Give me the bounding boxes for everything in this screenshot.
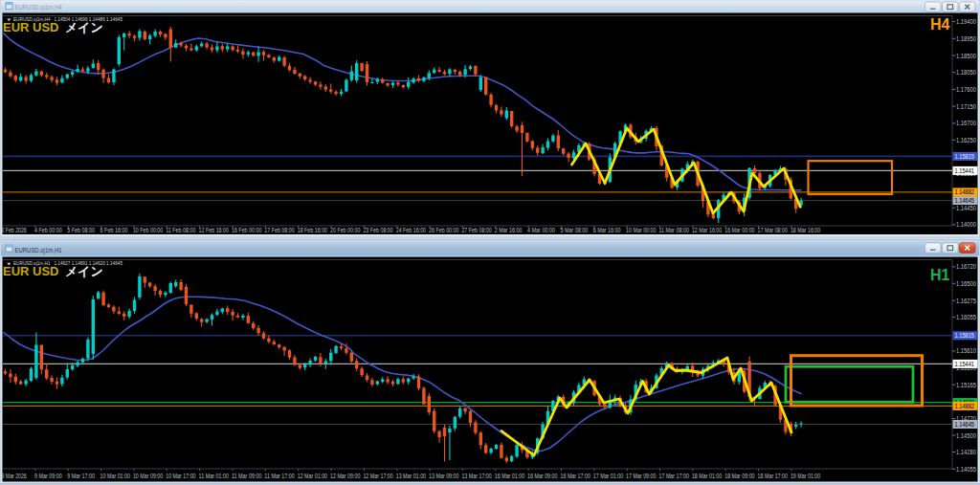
svg-text:9 Mar 17:00: 9 Mar 17:00	[67, 473, 95, 479]
svg-text:18 Feb 16:00: 18 Feb 16:00	[298, 227, 328, 233]
svg-text:27 Feb 08:00: 27 Feb 08:00	[461, 227, 492, 233]
svg-text:17 Mar 08:00: 17 Mar 08:00	[758, 227, 789, 233]
svg-text:17 Mar 09:00: 17 Mar 09:00	[626, 473, 657, 479]
svg-text:11 Mar 01:00: 11 Mar 01:00	[199, 473, 230, 479]
svg-text:12 Mar 09:00: 12 Mar 09:00	[330, 473, 361, 479]
svg-text:12 Feb 16:00: 12 Feb 16:00	[199, 227, 230, 233]
svg-text:19 Mar 01:00: 19 Mar 01:00	[791, 473, 821, 479]
svg-text:1.16250: 1.16250	[956, 137, 976, 143]
svg-text:H1: H1	[930, 267, 950, 283]
svg-text:1.15441: 1.15441	[955, 167, 975, 174]
svg-text:18 Mar 16:00: 18 Mar 16:00	[791, 227, 821, 233]
svg-text:10 Mar 17:00: 10 Mar 17:00	[166, 473, 196, 479]
svg-text:EURUSD.oj1m,H4: EURUSD.oj1m,H4	[15, 4, 62, 11]
svg-text:EUR USD: EUR USD	[3, 20, 59, 34]
svg-text:4 Feb 00:00: 4 Feb 00:00	[34, 227, 62, 233]
svg-text:1.14882: 1.14882	[955, 403, 975, 409]
svg-text:10 Feb 00:00: 10 Feb 00:00	[133, 227, 164, 233]
svg-text:1.15815: 1.15815	[955, 332, 975, 339]
svg-text:16 Mar 00:00: 16 Mar 00:00	[724, 227, 755, 233]
svg-text:1.14882: 1.14882	[955, 188, 975, 195]
svg-text:9 Mar 2026: 9 Mar 2026	[2, 473, 27, 479]
svg-text:1.16720: 1.16720	[956, 263, 976, 270]
svg-text:11 Mar 08:00: 11 Mar 08:00	[659, 227, 690, 233]
svg-text:18 Mar 01:00: 18 Mar 01:00	[692, 473, 723, 479]
svg-text:1.14645: 1.14645	[955, 421, 975, 428]
svg-text:12 Mar 16:00: 12 Mar 16:00	[692, 227, 723, 233]
svg-text:2 Feb 2026: 2 Feb 2026	[2, 227, 27, 233]
svg-text:1.14450: 1.14450	[956, 205, 976, 211]
svg-text:11 Mar 17:00: 11 Mar 17:00	[264, 473, 295, 479]
svg-text:1.18050: 1.18050	[956, 69, 976, 76]
svg-text:1.16275: 1.16275	[956, 298, 976, 304]
svg-text:4 Mar 00:00: 4 Mar 00:00	[527, 227, 555, 233]
svg-text:1.17150: 1.17150	[956, 103, 976, 110]
svg-text:10 Mar 09:00: 10 Mar 09:00	[133, 473, 164, 479]
svg-text:12 Mar 17:00: 12 Mar 17:00	[363, 473, 393, 479]
svg-text:EUR USD: EUR USD	[3, 264, 59, 278]
svg-text:1.14055: 1.14055	[956, 466, 976, 473]
svg-text:1.14645: 1.14645	[955, 197, 975, 204]
svg-text:1.18950: 1.18950	[956, 35, 976, 42]
svg-text:20 Feb 00:00: 20 Feb 00:00	[330, 227, 361, 233]
svg-text:17 Mar 17:00: 17 Mar 17:00	[659, 473, 690, 479]
svg-text:12 Mar 01:00: 12 Mar 01:00	[298, 473, 328, 479]
svg-text:17 Mar 01:00: 17 Mar 01:00	[593, 473, 624, 479]
svg-text:11 Feb 08:00: 11 Feb 08:00	[166, 227, 196, 233]
svg-text:1.16055: 1.16055	[956, 314, 976, 320]
svg-text:16 Mar 17:00: 16 Mar 17:00	[561, 473, 591, 479]
svg-text:13 Mar 17:00: 13 Mar 17:00	[461, 473, 492, 479]
svg-text:24 Feb 16:00: 24 Feb 16:00	[396, 227, 427, 233]
svg-text:EURUSD.oj1m,H1: EURUSD.oj1m,H1	[15, 247, 62, 254]
svg-text:1.14000: 1.14000	[956, 221, 976, 228]
svg-text:1.15441: 1.15441	[955, 361, 975, 367]
svg-text:23 Feb 08:00: 23 Feb 08:00	[363, 227, 393, 233]
svg-text:18 Mar 09:00: 18 Mar 09:00	[724, 473, 755, 479]
svg-text:1.16700: 1.16700	[956, 120, 976, 126]
svg-text:1.15815: 1.15815	[955, 153, 975, 160]
svg-text:1.18500: 1.18500	[956, 53, 976, 59]
svg-text:メイン: メイン	[65, 20, 103, 34]
svg-text:10 Mar 01:00: 10 Mar 01:00	[100, 473, 131, 479]
svg-text:10 Mar 00:00: 10 Mar 00:00	[626, 227, 657, 233]
svg-text:H4: H4	[930, 16, 950, 33]
svg-text:5 Feb 08:00: 5 Feb 08:00	[67, 227, 95, 233]
svg-text:11 Mar 09:00: 11 Mar 09:00	[232, 473, 262, 479]
svg-text:26 Feb 00:00: 26 Feb 00:00	[429, 227, 459, 233]
svg-text:1.14280: 1.14280	[956, 449, 976, 455]
svg-text:1.15610: 1.15610	[956, 347, 976, 354]
svg-text:1.17600: 1.17600	[956, 86, 976, 93]
svg-text:16 Mar 09:00: 16 Mar 09:00	[527, 473, 558, 479]
svg-text:1.16500: 1.16500	[956, 280, 976, 287]
svg-text:5 Mar 08:00: 5 Mar 08:00	[561, 227, 589, 233]
svg-text:13 Mar 01:00: 13 Mar 01:00	[396, 473, 427, 479]
svg-text:1.14500: 1.14500	[956, 432, 976, 439]
svg-text:18 Mar 17:00: 18 Mar 17:00	[758, 473, 789, 479]
svg-text:16 Mar 01:00: 16 Mar 01:00	[495, 473, 525, 479]
svg-text:9 Mar 09:00: 9 Mar 09:00	[34, 473, 62, 479]
svg-text:17 Feb 08:00: 17 Feb 08:00	[264, 227, 295, 233]
svg-text:メイン: メイン	[65, 264, 103, 278]
svg-text:6 Feb 16:00: 6 Feb 16:00	[100, 227, 128, 233]
svg-text:13 Mar 09:00: 13 Mar 09:00	[429, 473, 459, 479]
svg-text:1.19400: 1.19400	[956, 18, 976, 25]
svg-text:1.15165: 1.15165	[956, 382, 976, 388]
svg-text:2 Mar 16:00: 2 Mar 16:00	[495, 227, 523, 233]
svg-text:6 Mar 16:00: 6 Mar 16:00	[593, 227, 621, 233]
svg-text:16 Feb 00:00: 16 Feb 00:00	[232, 227, 262, 233]
